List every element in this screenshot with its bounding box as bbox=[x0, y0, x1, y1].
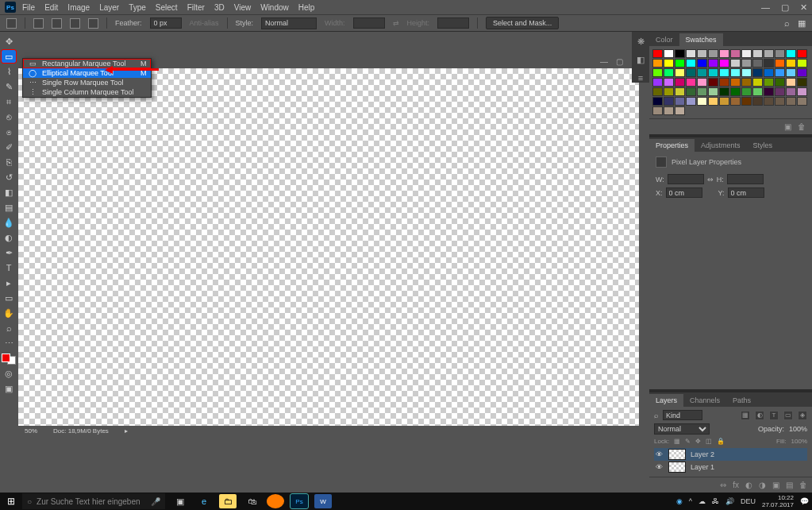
prop-x-input[interactable] bbox=[666, 187, 702, 198]
blur-tool[interactable]: 💧 bbox=[2, 216, 16, 229]
swatch[interactable] bbox=[686, 59, 696, 68]
tab-adjustments[interactable]: Adjustments bbox=[695, 139, 747, 152]
swatch[interactable] bbox=[730, 78, 741, 87]
swatch[interactable] bbox=[764, 59, 774, 68]
swatch[interactable] bbox=[664, 97, 674, 106]
quick-select-tool[interactable]: ✎ bbox=[2, 80, 16, 93]
eraser-tool[interactable]: ◧ bbox=[2, 186, 16, 199]
filter-pixel-icon[interactable]: ▦ bbox=[741, 411, 750, 420]
menu-select[interactable]: Select bbox=[156, 3, 178, 12]
swatch[interactable] bbox=[775, 49, 785, 58]
swatch[interactable] bbox=[786, 49, 796, 58]
swatch[interactable] bbox=[719, 78, 729, 87]
swatch[interactable] bbox=[652, 106, 663, 115]
swatch[interactable] bbox=[775, 97, 785, 106]
style-select[interactable]: Normal bbox=[261, 17, 317, 29]
collapsed-icon[interactable]: ≡ bbox=[638, 73, 643, 83]
menu-edit[interactable]: Edit bbox=[44, 3, 58, 12]
swatch-trash-icon[interactable]: 🗑 bbox=[798, 122, 806, 131]
screenmode-tool[interactable]: ▣ bbox=[2, 382, 16, 395]
layer-row[interactable]: 👁Layer 2 bbox=[654, 448, 807, 461]
swatch-new-icon[interactable]: ▣ bbox=[784, 122, 791, 131]
swatch[interactable] bbox=[652, 68, 663, 77]
swatch[interactable] bbox=[664, 68, 674, 77]
select-mask-button[interactable]: Select and Mask... bbox=[486, 17, 559, 29]
store-icon[interactable]: 🛍 bbox=[243, 494, 260, 508]
swatch[interactable] bbox=[686, 68, 696, 77]
tab-color[interactable]: Color bbox=[649, 33, 679, 46]
swatch[interactable] bbox=[652, 78, 663, 87]
menu-image[interactable]: Image bbox=[67, 3, 90, 12]
notif-icon[interactable]: 💬 bbox=[800, 497, 809, 505]
lock-trans-icon[interactable]: ▦ bbox=[674, 438, 680, 445]
search-icon[interactable]: ⌕ bbox=[784, 18, 790, 29]
lock-nest-icon[interactable]: ◫ bbox=[706, 438, 712, 445]
tray-lang[interactable]: DEU bbox=[741, 497, 756, 505]
swatch[interactable] bbox=[752, 78, 763, 87]
swatch[interactable] bbox=[675, 59, 685, 68]
gradient-tool[interactable]: ▤ bbox=[2, 201, 16, 214]
swatch[interactable] bbox=[697, 68, 707, 77]
task-view-icon[interactable]: ▣ bbox=[171, 494, 189, 508]
taskbar-search[interactable]: ○ Zur Suche Text hier eingeben 🎤 bbox=[22, 493, 165, 509]
prop-y-input[interactable] bbox=[728, 187, 764, 198]
lock-pixel-icon[interactable]: ✎ bbox=[685, 438, 691, 445]
swatch[interactable] bbox=[652, 49, 663, 58]
flyout-item[interactable]: ⋯Single Row Marquee Tool bbox=[23, 78, 151, 87]
swatch[interactable] bbox=[708, 59, 718, 68]
swatch[interactable] bbox=[675, 49, 685, 58]
lock-all-icon[interactable]: 🔒 bbox=[717, 438, 725, 445]
swatch[interactable] bbox=[719, 49, 729, 58]
filter-type-icon[interactable]: T bbox=[769, 411, 779, 420]
status-arrow-icon[interactable]: ▸ bbox=[125, 427, 128, 435]
edit-toolbar[interactable]: ⋯ bbox=[2, 337, 16, 350]
swatch[interactable] bbox=[664, 87, 674, 96]
swatch[interactable] bbox=[686, 78, 696, 87]
swatch[interactable] bbox=[752, 49, 763, 58]
tab-layers[interactable]: Layers bbox=[649, 394, 683, 407]
marquee-tool[interactable]: ▭ bbox=[2, 50, 16, 63]
swatch[interactable] bbox=[797, 87, 807, 96]
doc-minimize-icon[interactable]: — bbox=[600, 57, 608, 66]
menu-window[interactable]: Window bbox=[260, 3, 289, 12]
swatch[interactable] bbox=[652, 97, 663, 106]
workspace-icon[interactable]: ▦ bbox=[798, 18, 806, 29]
swatch[interactable] bbox=[697, 97, 707, 106]
flyout-item[interactable]: ◯Elliptical Marquee ToolM bbox=[23, 68, 151, 78]
tab-swatches[interactable]: Swatches bbox=[679, 33, 723, 46]
menu-view[interactable]: View bbox=[234, 3, 252, 12]
collapsed-icon[interactable]: ◧ bbox=[637, 55, 645, 65]
swatch[interactable] bbox=[752, 59, 763, 68]
sel-add-icon[interactable] bbox=[52, 18, 62, 29]
history-brush-tool[interactable]: ↺ bbox=[2, 171, 16, 184]
menu-help[interactable]: Help bbox=[298, 3, 315, 12]
adj-layer-icon[interactable]: ◑ bbox=[759, 481, 766, 489]
move-tool[interactable]: ✥ bbox=[2, 35, 16, 48]
swatch[interactable] bbox=[664, 59, 674, 68]
blend-mode-select[interactable]: Normal bbox=[654, 423, 710, 435]
tray-clock[interactable]: 10:22 27.07.2017 bbox=[762, 494, 794, 508]
prop-w-input[interactable] bbox=[668, 174, 704, 184]
swatch[interactable] bbox=[741, 49, 752, 58]
swatch[interactable] bbox=[686, 87, 696, 96]
start-button[interactable]: ⊞ bbox=[0, 493, 22, 510]
eyedropper-tool[interactable]: ⎋ bbox=[2, 110, 16, 123]
flyout-item[interactable]: ▭Rectangular Marquee ToolM bbox=[23, 59, 151, 68]
opacity-value[interactable]: 100% bbox=[789, 425, 807, 433]
swatch[interactable] bbox=[664, 78, 674, 87]
lock-pos-icon[interactable]: ✥ bbox=[695, 438, 701, 445]
swatch[interactable] bbox=[797, 59, 807, 68]
color-picker[interactable] bbox=[2, 354, 16, 365]
menu-layer[interactable]: Layer bbox=[99, 3, 119, 12]
link-icon[interactable]: ⇔ bbox=[707, 176, 714, 184]
word-icon[interactable]: W bbox=[314, 494, 332, 508]
filter-smart-icon[interactable]: ◈ bbox=[798, 411, 807, 420]
swatch[interactable] bbox=[719, 87, 729, 96]
tab-styles[interactable]: Styles bbox=[747, 139, 779, 152]
swatch[interactable] bbox=[675, 87, 685, 96]
swatch[interactable] bbox=[775, 78, 785, 87]
brush-tool[interactable]: ✐ bbox=[2, 141, 16, 153]
healing-tool[interactable]: ⍟ bbox=[2, 126, 16, 138]
swatch[interactable] bbox=[697, 59, 707, 68]
feather-input[interactable] bbox=[150, 17, 182, 29]
